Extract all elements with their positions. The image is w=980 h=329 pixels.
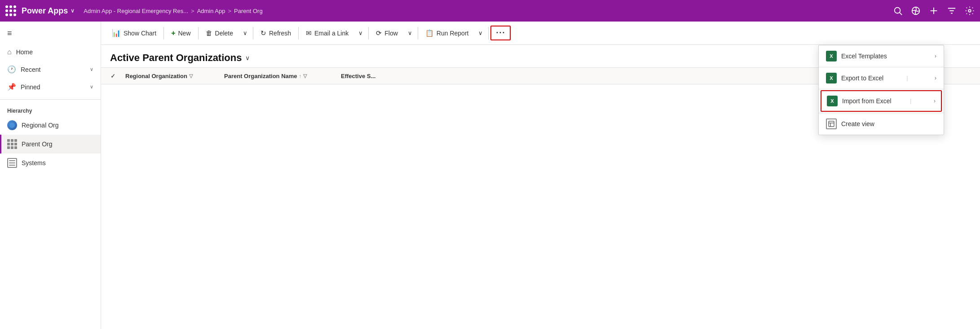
toolbar-sep-1 bbox=[163, 27, 164, 39]
delete-chevron-icon: ∨ bbox=[243, 30, 247, 36]
run-report-label: Run Report bbox=[437, 30, 469, 37]
breadcrumb-current-page[interactable]: Parent Org bbox=[234, 8, 263, 14]
toolbar-sep-4 bbox=[298, 27, 299, 39]
delete-label: Delete bbox=[215, 30, 233, 37]
show-chart-label: Show Chart bbox=[124, 30, 156, 37]
sidebar-item-home[interactable]: ⌂ Home bbox=[0, 44, 101, 61]
more-options-dropdown: X Excel Templates › X Export to Excel | … bbox=[818, 45, 944, 135]
sidebar-item-parent-org[interactable]: Parent Org bbox=[0, 135, 101, 154]
filter-icon[interactable] bbox=[947, 6, 957, 16]
refresh-icon: ↻ bbox=[260, 29, 266, 37]
export-to-excel-label: Export to Excel bbox=[841, 75, 883, 82]
email-link-label: Email a Link bbox=[314, 30, 349, 37]
home-icon: ⌂ bbox=[7, 48, 12, 56]
svg-rect-7 bbox=[829, 121, 834, 127]
recent-icon: 🕐 bbox=[7, 65, 16, 74]
sidebar: ≡ ⌂ Home 🕐 Recent ∨ 📌 Pinned ∨ Hierarchy bbox=[0, 22, 101, 329]
parent-org-filter-icon[interactable]: ▽ bbox=[303, 73, 307, 79]
dropdown-item-excel-templates[interactable]: X Excel Templates › bbox=[819, 45, 944, 67]
excel-templates-label: Excel Templates bbox=[841, 53, 887, 60]
grid-col-parent-org-name[interactable]: Parent Organization Name ↑ ▽ bbox=[220, 69, 336, 83]
new-label: New bbox=[178, 30, 191, 37]
pinned-label: Pinned bbox=[21, 83, 40, 91]
email-icon: ✉ bbox=[306, 29, 312, 37]
dropdown-item-import-from-excel[interactable]: X Import from Excel | › bbox=[821, 90, 942, 112]
parent-org-sort-asc-icon[interactable]: ↑ bbox=[299, 73, 302, 79]
breadcrumb-current-item[interactable]: Admin App bbox=[197, 8, 225, 14]
flow-button[interactable]: ⟳ Flow bbox=[371, 26, 403, 40]
delete-dropdown-button[interactable]: ∨ bbox=[239, 27, 251, 39]
home-label: Home bbox=[16, 48, 33, 56]
sidebar-item-systems[interactable]: Systems bbox=[0, 154, 101, 172]
create-view-label: Create view bbox=[841, 120, 874, 127]
brand-name[interactable]: Power Apps ∨ bbox=[22, 6, 75, 16]
toolbar: 📊 Show Chart + New 🗑 Delete ∨ ↻ bbox=[101, 22, 980, 45]
top-navigation: Power Apps ∨ Admin App - Regional Emerge… bbox=[0, 0, 980, 22]
view-title-chevron-icon[interactable]: ∨ bbox=[245, 54, 250, 61]
recent-chevron-icon: ∨ bbox=[90, 66, 93, 72]
flow-label: Flow bbox=[384, 30, 398, 37]
delete-button[interactable]: 🗑 Delete bbox=[200, 26, 238, 39]
excel-templates-icon: X bbox=[826, 51, 837, 61]
brand-chevron-icon: ∨ bbox=[71, 8, 75, 14]
flow-dropdown-button[interactable]: ∨ bbox=[404, 27, 416, 39]
compass-icon[interactable] bbox=[911, 6, 921, 16]
export-excel-icon: X bbox=[826, 73, 837, 83]
export-separator: | bbox=[907, 75, 908, 81]
brand-label: Power Apps bbox=[22, 6, 68, 16]
hierarchy-section-label: Hierarchy bbox=[0, 103, 101, 116]
app-grid-icon[interactable] bbox=[5, 5, 16, 16]
systems-icon bbox=[7, 158, 17, 168]
run-report-button[interactable]: 📋 Run Report bbox=[420, 26, 474, 40]
breadcrumb-separator: > bbox=[191, 8, 194, 14]
parent-org-label: Parent Org bbox=[22, 140, 52, 148]
toolbar-sep-6 bbox=[418, 27, 418, 39]
systems-label: Systems bbox=[22, 159, 46, 167]
new-plus-icon: + bbox=[171, 29, 175, 37]
regional-org-col-label: Regional Organization bbox=[125, 73, 187, 79]
import-excel-icon: X bbox=[827, 96, 838, 106]
svg-point-5 bbox=[968, 9, 971, 12]
refresh-label: Refresh bbox=[269, 30, 291, 37]
run-report-chevron-icon: ∨ bbox=[478, 30, 483, 36]
sidebar-item-recent[interactable]: 🕐 Recent ∨ bbox=[0, 61, 101, 78]
show-chart-button[interactable]: 📊 Show Chart bbox=[106, 26, 162, 40]
regional-org-icon bbox=[7, 120, 17, 130]
search-icon[interactable] bbox=[893, 6, 903, 16]
toolbar-sep-3 bbox=[253, 27, 253, 39]
email-dropdown-button[interactable]: ∨ bbox=[355, 27, 366, 39]
export-excel-chevron-icon: › bbox=[935, 75, 936, 81]
dropdown-item-create-view[interactable]: Create view bbox=[819, 113, 944, 135]
dropdown-item-export-to-excel[interactable]: X Export to Excel | › bbox=[819, 67, 944, 89]
check-icon: ✓ bbox=[110, 73, 115, 79]
breadcrumb-app-name[interactable]: Admin App - Regional Emergency Res... bbox=[84, 8, 188, 14]
delete-icon: 🗑 bbox=[206, 29, 212, 37]
recent-label: Recent bbox=[21, 66, 40, 73]
flow-icon: ⟳ bbox=[376, 29, 382, 37]
sidebar-divider bbox=[0, 99, 101, 100]
email-chevron-icon: ∨ bbox=[358, 30, 363, 36]
pinned-chevron-icon: ∨ bbox=[90, 84, 93, 90]
run-report-dropdown-button[interactable]: ∨ bbox=[475, 27, 486, 39]
breadcrumb-sub-separator: > bbox=[228, 8, 232, 14]
grid-col-effective[interactable]: Effective S... bbox=[336, 69, 404, 83]
grid-col-check[interactable]: ✓ bbox=[105, 69, 121, 83]
sidebar-item-regional-org[interactable]: Regional Org bbox=[0, 116, 101, 135]
excel-templates-chevron-icon: › bbox=[935, 53, 936, 59]
email-link-button[interactable]: ✉ Email a Link bbox=[300, 26, 354, 40]
import-excel-chevron-icon: › bbox=[934, 98, 936, 104]
toolbar-sep-5 bbox=[368, 27, 369, 39]
run-report-icon: 📋 bbox=[425, 29, 434, 37]
new-button[interactable]: + New bbox=[166, 26, 196, 40]
toolbar-sep-7 bbox=[488, 27, 489, 39]
refresh-button[interactable]: ↻ Refresh bbox=[255, 26, 296, 40]
hamburger-menu[interactable]: ≡ bbox=[0, 23, 101, 44]
sidebar-item-pinned[interactable]: 📌 Pinned ∨ bbox=[0, 78, 101, 96]
effective-col-label: Effective S... bbox=[341, 73, 375, 79]
regional-org-filter-icon[interactable]: ▽ bbox=[189, 73, 193, 79]
more-options-label: ··· bbox=[496, 28, 505, 38]
add-icon[interactable] bbox=[929, 6, 939, 16]
settings-icon[interactable] bbox=[965, 6, 975, 16]
grid-col-regional-org[interactable]: Regional Organization ▽ bbox=[121, 69, 220, 83]
more-options-button[interactable]: ··· bbox=[490, 26, 511, 40]
